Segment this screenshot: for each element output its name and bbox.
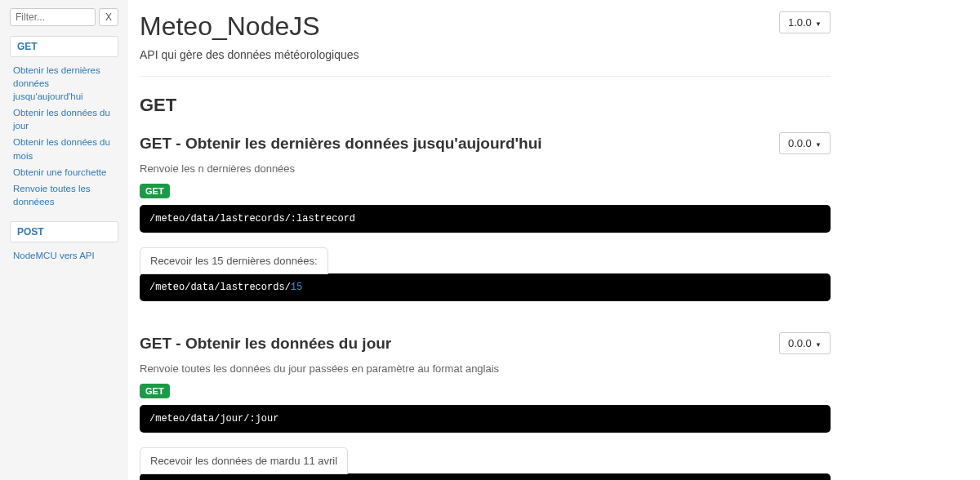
sidebar-item-nodemcu[interactable]: NodeMCU vers API [13,247,115,264]
chevron-down-icon: ▼ [813,341,822,349]
endpoint-description: Renvoie toutes les données du jour passé… [140,362,831,375]
endpoint-description: Renvoie les n dernières données [140,162,831,175]
method-badge-get: GET [140,384,170,398]
chevron-down-icon: ▼ [813,141,822,149]
main-content: Meteo_NodeJS 1.0.0 ▼ API qui gère des do… [128,0,863,480]
endpoint-version-dropdown[interactable]: 0.0.0 ▼ [779,332,831,354]
endpoint-title: GET - Obtenir les données du jour [140,335,391,353]
endpoint-example-code: /meteo/data/jour/2017-04-11 [140,473,831,480]
endpoint-lastrecords: GET - Obtenir les dernières données jusq… [140,132,831,301]
version-label: 1.0.0 [788,16,812,29]
endpoint-example-code: /meteo/data/lastrecords/15 [140,273,831,301]
sidebar-item-last-data[interactable]: Obtenir les dernières données jusqu'aujo… [13,62,115,104]
clear-filter-button[interactable]: X [99,8,118,26]
chevron-down-icon: ▼ [813,20,822,28]
example-tab[interactable]: Recevoir les 15 dernières données: [140,247,328,274]
divider [140,76,831,77]
sidebar-item-range[interactable]: Obtenir une fourchette [13,164,115,180]
endpoint-title: GET - Obtenir les dernières données jusq… [140,135,542,153]
sidebar-item-day-data[interactable]: Obtenir les données du jour [13,104,115,134]
filter-input[interactable] [10,8,96,26]
sidebar: X GET Obtenir les dernières données jusq… [0,0,128,480]
endpoint-version-label: 0.0.0 [788,137,812,149]
sidebar-group-get[interactable]: GET [10,36,118,57]
version-dropdown[interactable]: 1.0.0 ▼ [779,11,831,33]
endpoint-path-code: /meteo/data/lastrecords/:lastrecord [140,205,831,233]
example-tab[interactable]: Recevoir les données de mardu 11 avril [140,447,348,474]
sidebar-item-month-data[interactable]: Obtenir les données du mois [13,134,115,163]
example-path-prefix: /meteo/data/lastrecords/ [149,282,291,293]
page-subtitle: API qui gère des données météorologiques [140,48,831,61]
endpoint-version-dropdown[interactable]: 0.0.0 ▼ [779,132,831,154]
endpoint-version-label: 0.0.0 [788,337,812,349]
example-path-param: 15 [291,282,302,293]
sidebar-item-all-data[interactable]: Renvoie toutes les donnéees [13,180,115,210]
page-title: Meteo_NodeJS [140,11,320,42]
endpoint-jour: GET - Obtenir les données du jour 0.0.0 … [140,332,831,480]
section-heading-get: GET [140,95,831,116]
sidebar-group-post[interactable]: POST [10,221,118,242]
endpoint-path-code: /meteo/data/jour/:jour [140,405,831,433]
method-badge-get: GET [140,184,170,198]
